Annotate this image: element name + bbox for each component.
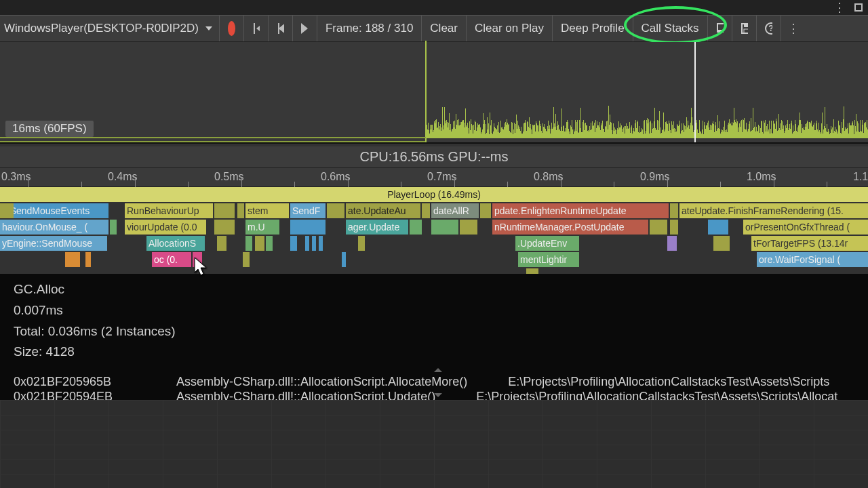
deep-profile-label: Deep Profile	[561, 22, 625, 35]
load-button[interactable]	[708, 16, 732, 41]
ruler-label: 1.0ms	[747, 171, 776, 183]
clear-button[interactable]: Clear	[422, 16, 467, 41]
details-expand-down-icon[interactable]	[434, 393, 442, 397]
flame-seg[interactable]: RunBehaviourUp	[125, 203, 213, 218]
flame-seg[interactable]: yEngine::SendMouse	[0, 236, 107, 251]
callstack-row[interactable]: 0x021BF205965BAssembly-CSharp.dll!::Allo…	[14, 375, 854, 390]
flame-seg[interactable]	[708, 220, 728, 235]
frame-prev-button[interactable]	[269, 16, 293, 41]
flame-seg[interactable]	[290, 236, 297, 251]
flame-seg[interactable]	[319, 236, 323, 251]
flame-seg[interactable]	[460, 220, 477, 235]
flame-seg[interactable]	[422, 203, 430, 218]
save-button[interactable]	[732, 16, 757, 41]
stack-address: 0x021BF205965B	[14, 375, 136, 390]
flame-seg[interactable]	[670, 203, 678, 218]
call-stacks-button[interactable]: Call Stacks	[633, 16, 708, 41]
svg-rect-4	[744, 24, 748, 27]
flame-seg[interactable]	[214, 203, 235, 218]
overview-baseline	[0, 141, 425, 142]
help-button[interactable]: ?	[757, 16, 781, 41]
flame-seg[interactable]	[243, 252, 250, 267]
flame-seg[interactable]	[245, 236, 252, 251]
detail-title: GC.Alloc	[14, 282, 854, 298]
flame-seg[interactable]: ager.Update	[346, 220, 408, 235]
stack-path: E:\Projects\Profiling\AllocationCallstac…	[476, 390, 854, 400]
flame-seg[interactable]	[713, 236, 730, 251]
flame-seg[interactable]	[480, 203, 491, 218]
frame-label: Frame: 188 / 310	[326, 22, 413, 35]
flame-seg[interactable]	[214, 220, 235, 235]
time-ruler[interactable]: 0.3ms0.4ms0.5ms0.6ms0.7ms0.8ms0.9ms1.0ms…	[0, 168, 868, 187]
frames-overview[interactable]: 16ms (60FPS)	[0, 42, 868, 144]
flame-seg[interactable]: ate.UpdateAu	[346, 203, 420, 218]
flame-seg[interactable]	[431, 220, 458, 235]
flame-seg[interactable]	[327, 203, 344, 218]
ruler-label: 0.9ms	[640, 171, 670, 183]
flame-seg[interactable]: stem	[245, 203, 289, 218]
flame-seg[interactable]	[410, 220, 422, 235]
flame-seg[interactable]: .UpdateEnv	[515, 236, 579, 251]
overview-current-frame-line	[694, 42, 696, 142]
flame-seg[interactable]	[305, 236, 309, 251]
flame-seg[interactable]	[65, 252, 80, 267]
flame-seg[interactable]	[237, 203, 244, 218]
frame-next-button[interactable]	[293, 16, 317, 41]
flame-seg[interactable]	[217, 236, 226, 251]
flame-seg[interactable]: AllocationS	[146, 236, 205, 251]
flame-seg[interactable]: mentLightir	[518, 252, 579, 267]
svg-text:?: ?	[768, 24, 772, 33]
flame-gc-alloc[interactable]: oc (0.	[152, 252, 191, 267]
flame-seg[interactable]	[266, 236, 273, 251]
flame-seg[interactable]	[110, 220, 117, 235]
flame-seg[interactable]	[0, 203, 14, 218]
flame-seg[interactable]: ateUpdate.FinishFrameRendering (15.	[679, 203, 868, 218]
flame-seg[interactable]	[670, 220, 678, 235]
stack-path: E:\Projects\Profiling\AllocationCallstac…	[508, 375, 854, 390]
flame-seg[interactable]: tForTargetFPS (13.14r	[751, 236, 868, 251]
flame-seg[interactable]	[290, 220, 326, 235]
clear-on-play-label: Clear on Play	[475, 22, 544, 35]
profiler-toolbar: WindowsPlayer(DESKTOP-R0DIP2D) Frame: 18…	[0, 15, 868, 42]
flame-gc-alloc-2[interactable]	[193, 252, 202, 267]
flame-seg[interactable]	[667, 236, 677, 251]
ruler-label: 0.7ms	[427, 171, 457, 183]
flame-seg[interactable]: viourUpdate (0.0	[125, 220, 206, 235]
frame-first-button[interactable]	[244, 16, 269, 41]
timeline-flame-graph[interactable]: PlayerLoop (16.49ms) e.SendMouseEvents R…	[0, 187, 868, 285]
deep-profile-button[interactable]: Deep Profile	[553, 16, 633, 41]
flame-seg[interactable]	[85, 252, 91, 267]
flame-seg[interactable]	[312, 236, 316, 251]
empty-track-area[interactable]	[0, 400, 868, 488]
overflow-menu[interactable]: ⋮	[781, 16, 806, 41]
ruler-label: 1.1	[853, 171, 868, 183]
flame-seg[interactable]	[650, 220, 667, 235]
menu-kebab-icon[interactable]: ⋮	[833, 0, 845, 15]
clear-on-play-button[interactable]: Clear on Play	[467, 16, 553, 41]
detail-size: Size: 4128	[14, 344, 854, 360]
chevron-down-icon	[205, 26, 212, 30]
flame-seg[interactable]: ore.WaitForSignal (	[757, 252, 868, 267]
record-button[interactable]	[220, 16, 244, 41]
flame-seg[interactable]: pdate.EnlightenRuntimeUpdate	[492, 203, 669, 218]
stack-symbol: Assembly-CSharp.dll!::AllocationScript.A…	[176, 375, 467, 390]
flame-playerloop[interactable]: PlayerLoop (16.49ms)	[0, 187, 868, 202]
overview-bars	[0, 111, 868, 138]
detail-self-time: 0.007ms	[14, 303, 854, 319]
flame-seg[interactable]: SendF	[290, 203, 326, 218]
clear-label: Clear	[430, 22, 458, 35]
details-expand-up-icon[interactable]	[14, 365, 854, 375]
target-dropdown[interactable]: WindowsPlayer(DESKTOP-R0DIP2D)	[0, 16, 220, 41]
ruler-label: 0.6ms	[321, 171, 351, 183]
flame-seg[interactable]	[342, 252, 346, 267]
flame-seg[interactable]: nRuntimeManager.PostUpdate	[492, 220, 648, 235]
flame-seg[interactable]: orPresentOnGfxThread (	[743, 220, 868, 235]
flame-seg[interactable]	[255, 236, 264, 251]
maximize-icon[interactable]	[854, 3, 863, 12]
flame-seg[interactable]	[358, 236, 365, 251]
call-stacks-label: Call Stacks	[642, 22, 699, 35]
flame-seg[interactable]: dateAllR	[431, 203, 479, 218]
flame-seg[interactable]: m.U	[245, 220, 279, 235]
flame-seg[interactable]: e.SendMouseEvents	[0, 203, 108, 218]
flame-seg[interactable]: haviour.OnMouse_ (	[0, 220, 108, 235]
